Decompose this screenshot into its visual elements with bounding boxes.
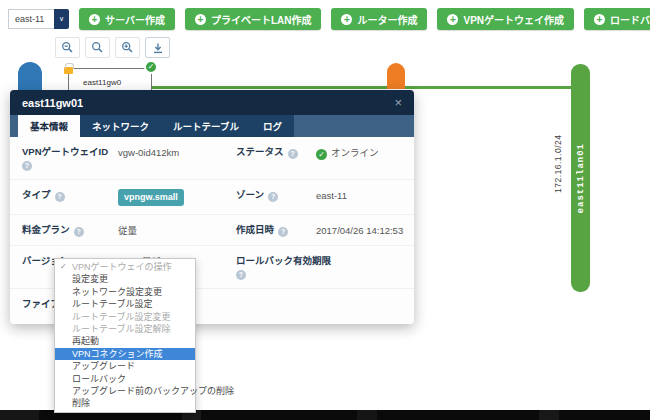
create-router-label: ルーター作成 <box>357 12 417 27</box>
canvas-zoom-toolbar <box>55 37 170 58</box>
created-at-value: 2017/04/26 14:12:53 <box>316 223 414 237</box>
create-private-lan-label: プライベートLAN作成 <box>211 12 312 27</box>
price-plan-value: 従量 <box>118 223 236 237</box>
zoom-in-button[interactable] <box>115 37 140 58</box>
rollback-expiration-value <box>316 254 414 255</box>
menu-item-rollback[interactable]: ロールバック <box>55 373 195 385</box>
plus-circle-icon: + <box>447 14 458 25</box>
modal-tabstrip: 基本情報 ネットワーク ルートテーブル ログ <box>10 115 414 137</box>
menu-item-create-vpn-connection[interactable]: VPNコネクション作成 <box>55 348 195 360</box>
help-icon[interactable]: ? <box>236 270 246 280</box>
modal-title: east11gw01 <box>22 97 83 109</box>
vpn-gateway-node[interactable]: east11gw0 <box>68 68 152 92</box>
check-icon: ✓ <box>60 261 67 273</box>
zone-value: east-11 <box>316 188 414 202</box>
create-router-button[interactable]: + ルーター作成 <box>331 8 427 30</box>
menu-item-delete-pre-upgrade-backup[interactable]: アップグレード前のバックアップの削除 <box>55 385 195 397</box>
created-at-label: 作成日時? <box>236 223 316 237</box>
chevron-down-icon[interactable]: ∨ <box>54 9 69 29</box>
create-private-lan-button[interactable]: + プライベートLAN作成 <box>185 8 322 30</box>
help-icon[interactable]: ? <box>55 192 65 202</box>
plus-circle-icon: + <box>341 14 352 25</box>
private-lan-bar[interactable]: east11lan01 <box>571 64 590 292</box>
zoom-icon <box>91 41 104 54</box>
vpn-gateway-id-value: vgw-0id412km <box>118 145 236 159</box>
help-icon[interactable]: ? <box>278 227 288 237</box>
status-online-check-icon: ✓ <box>316 149 327 160</box>
row-plan-created: 料金プラン? 従量 作成日時? 2017/04/26 14:12:53 <box>10 214 414 245</box>
download-button[interactable] <box>145 37 170 58</box>
vpn-gateway-node-label: east11gw0 <box>83 78 121 87</box>
router-node[interactable] <box>387 63 405 89</box>
create-vpn-gateway-button[interactable]: + VPNゲートウェイ作成 <box>437 8 574 30</box>
create-server-button[interactable]: + サーバー作成 <box>79 8 175 30</box>
type-badge: vpngw.small <box>118 189 184 206</box>
zone-label: ゾーン? <box>236 188 316 202</box>
download-icon <box>152 42 164 54</box>
zoom-out-icon <box>61 41 74 54</box>
help-icon[interactable]: ? <box>288 149 298 159</box>
rollback-expiration-label: ロールバック有効期限? <box>236 254 316 280</box>
menu-item-remove-route-table-settings: ルートテーブル設定解除 <box>55 323 195 335</box>
create-server-label: サーバー作成 <box>105 12 165 27</box>
region-select[interactable]: east-11 <box>8 9 54 29</box>
online-check-icon: ✓ <box>144 60 158 74</box>
modal-header: east11gw01 × <box>10 90 414 115</box>
lan-cidr-label: 172.16.1.0/24 <box>553 68 563 193</box>
menu-item-change-network-settings[interactable]: ネットワーク設定変更 <box>55 286 195 298</box>
status-label: ステータス? <box>236 145 316 159</box>
lan-connection-line <box>150 86 580 89</box>
help-icon[interactable]: ? <box>22 161 32 171</box>
row-type-zone: タイプ? vpngw.small ゾーン? east-11 <box>10 179 414 214</box>
plus-circle-icon: + <box>594 14 605 25</box>
private-lan-name: east11lan01 <box>576 143 586 213</box>
help-icon[interactable]: ? <box>74 227 84 237</box>
menu-item-upgrade[interactable]: アップグレード <box>55 360 195 372</box>
menu-item-route-table-settings[interactable]: ルートテーブル設定 <box>55 298 195 310</box>
menu-item-change-route-table-settings: ルートテーブル設定変更 <box>55 311 195 323</box>
zoom-out-button[interactable] <box>55 37 80 58</box>
zoom-in-icon <box>121 41 134 54</box>
tab-basic-info[interactable]: 基本情報 <box>18 115 80 137</box>
create-load-balancer-button[interactable]: + ロードバランサー作成 <box>584 8 650 30</box>
price-plan-label: 料金プラン? <box>22 223 118 237</box>
top-toolbar: east-11 ∨ + サーバー作成 + プライベートLAN作成 + ルーター作… <box>8 8 642 30</box>
plus-circle-icon: + <box>89 14 100 25</box>
menu-item-restart[interactable]: 再起動 <box>55 335 195 347</box>
plus-circle-icon: + <box>195 14 206 25</box>
create-load-balancer-label: ロードバランサー作成 <box>610 12 650 27</box>
status-value: ✓オンライン <box>316 145 414 160</box>
menu-item-change-settings[interactable]: 設定変更 <box>55 273 195 285</box>
server-node[interactable] <box>18 62 42 92</box>
tab-log[interactable]: ログ <box>251 115 294 137</box>
vpn-gateway-operations-menu: ✓ VPNゲートウェイの操作 設定変更 ネットワーク設定変更 ルートテーブル設定… <box>54 258 196 413</box>
region-select-group[interactable]: east-11 ∨ <box>8 9 69 29</box>
menu-item-delete[interactable]: 削除 <box>55 397 195 409</box>
tab-network[interactable]: ネットワーク <box>80 115 161 137</box>
row-id-status: VPNゲートウェイID? vgw-0id412km ステータス? ✓オンライン <box>10 137 414 179</box>
vpn-gateway-id-label: VPNゲートウェイID? <box>22 145 118 171</box>
create-vpn-gateway-label: VPNゲートウェイ作成 <box>463 12 564 27</box>
menu-item-operations-header: ✓ VPNゲートウェイの操作 <box>55 261 195 273</box>
zoom-reset-button[interactable] <box>85 37 110 58</box>
help-icon[interactable]: ? <box>268 192 278 202</box>
lock-icon <box>64 67 73 74</box>
tab-route-table[interactable]: ルートテーブル <box>161 115 251 137</box>
type-label: タイプ? <box>22 188 118 202</box>
close-icon[interactable]: × <box>394 96 402 109</box>
type-value: vpngw.small <box>118 188 236 206</box>
